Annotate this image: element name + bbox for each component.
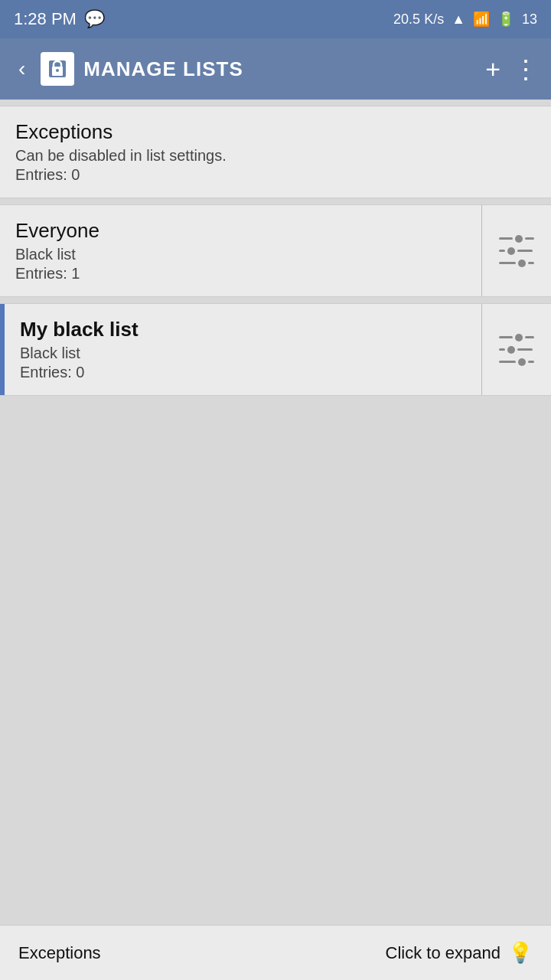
signal-icon: 📶 bbox=[473, 11, 490, 28]
list-item[interactable]: My black list Black list Entries: 0 bbox=[0, 303, 551, 396]
everyone-subtitle: Black list bbox=[15, 246, 466, 263]
everyone-title: Everyone bbox=[15, 219, 466, 243]
app-icon bbox=[41, 52, 74, 86]
everyone-entries: Entries: 1 bbox=[15, 265, 466, 283]
list-item[interactable]: Exceptions Can be disabled in list setti… bbox=[0, 106, 551, 198]
exceptions-title: Exceptions bbox=[15, 120, 536, 144]
battery-level: 13 bbox=[522, 11, 537, 28]
exceptions-entries: Entries: 0 bbox=[15, 166, 536, 184]
page-title: MANAGE LISTS bbox=[83, 57, 476, 81]
myblacklist-subtitle: Black list bbox=[20, 345, 466, 362]
status-left: 1:28 PM 💬 bbox=[14, 9, 105, 29]
content-area: Exceptions Can be disabled in list setti… bbox=[0, 100, 551, 925]
add-button[interactable]: + bbox=[485, 56, 500, 82]
myblacklist-settings-button[interactable] bbox=[482, 304, 551, 395]
everyone-settings-button[interactable] bbox=[482, 205, 551, 296]
bulb-icon: 💡 bbox=[508, 941, 533, 965]
app-bar-actions: + ⋮ bbox=[485, 56, 539, 82]
menu-button[interactable]: ⋮ bbox=[513, 56, 539, 82]
sliders-icon bbox=[499, 235, 534, 267]
myblacklist-card-content: My black list Black list Entries: 0 bbox=[5, 304, 481, 395]
wifi-icon: ▲ bbox=[452, 11, 465, 28]
time: 1:28 PM bbox=[14, 9, 77, 29]
myblacklist-title: My black list bbox=[20, 318, 466, 341]
status-right: 20.5 K/s ▲ 📶 🔋 13 bbox=[393, 11, 537, 28]
status-bar: 1:28 PM 💬 20.5 K/s ▲ 📶 🔋 13 bbox=[0, 0, 551, 38]
back-button[interactable]: ‹ bbox=[12, 51, 31, 87]
svg-point-2 bbox=[56, 69, 59, 72]
exceptions-card-content: Exceptions Can be disabled in list setti… bbox=[0, 106, 551, 198]
bottom-bar: Exceptions Click to expand 💡 bbox=[0, 925, 551, 980]
everyone-card-content: Everyone Black list Entries: 1 bbox=[0, 205, 481, 296]
battery-icon: 🔋 bbox=[497, 11, 514, 28]
exceptions-subtitle: Can be disabled in list settings. bbox=[15, 147, 536, 165]
myblacklist-entries: Entries: 0 bbox=[20, 364, 466, 381]
bottom-exceptions-label: Exceptions bbox=[18, 943, 101, 963]
click-to-expand-label: Click to expand bbox=[386, 943, 500, 963]
bottom-right-action[interactable]: Click to expand 💡 bbox=[386, 941, 533, 965]
message-icon: 💬 bbox=[84, 9, 105, 29]
list-item[interactable]: Everyone Black list Entries: 1 bbox=[0, 204, 551, 297]
sliders-icon bbox=[499, 334, 534, 366]
app-bar: ‹ MANAGE LISTS + ⋮ bbox=[0, 38, 551, 100]
speed-indicator: 20.5 K/s bbox=[393, 11, 444, 28]
